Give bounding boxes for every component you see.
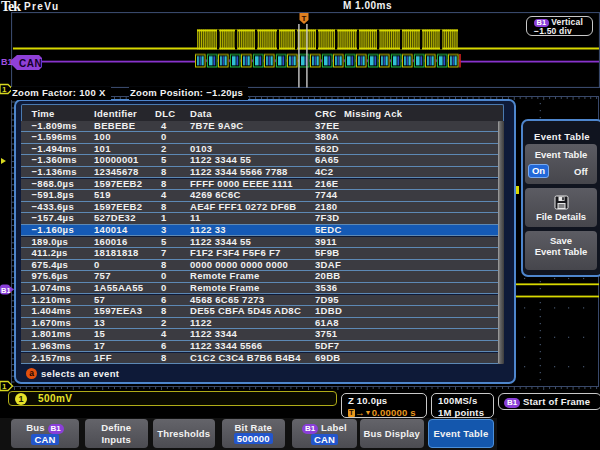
svg-text:1: 1	[2, 382, 7, 391]
svg-text:B1: B1	[1, 286, 11, 295]
svg-text:1: 1	[2, 85, 7, 94]
